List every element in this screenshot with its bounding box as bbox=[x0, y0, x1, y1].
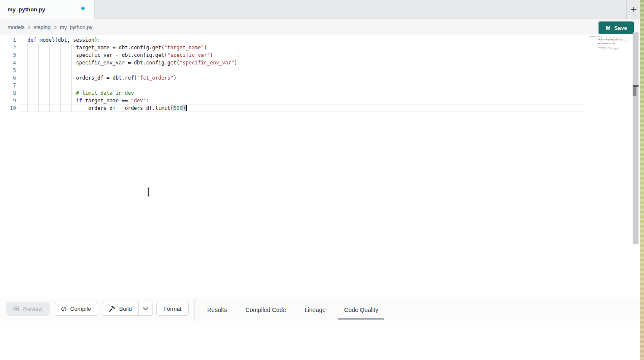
line-number: 8 bbox=[0, 89, 16, 97]
breadcrumb-item[interactable]: my_python.py bbox=[60, 24, 93, 30]
gutter: 12345678910 bbox=[0, 36, 16, 112]
file-tab-label: my_python.py bbox=[8, 6, 45, 13]
preview-button-label: Preview bbox=[22, 306, 43, 312]
line-number: 2 bbox=[0, 44, 16, 51]
code-brackets-icon bbox=[61, 306, 67, 312]
mouse-ibeam-cursor bbox=[146, 187, 151, 197]
code-quality-panel bbox=[0, 321, 640, 360]
save-button-label: Save bbox=[614, 25, 627, 31]
format-button[interactable]: Format bbox=[156, 302, 189, 316]
tab-bar: my_python.py + bbox=[0, 0, 640, 19]
bottom-toolbar: Preview Compile Build bbox=[0, 298, 640, 321]
line-number: 9 bbox=[0, 97, 16, 104]
new-tab-button[interactable]: + bbox=[628, 0, 640, 19]
tab-results[interactable]: Results bbox=[198, 298, 236, 322]
desktop-edge-strip bbox=[640, 0, 644, 360]
code-line[interactable]: orders_df = dbt.ref("fct_orders") bbox=[27, 74, 238, 82]
line-number: 10 bbox=[0, 104, 16, 112]
chevron-right-icon: > bbox=[53, 23, 57, 31]
code-line[interactable] bbox=[27, 67, 238, 74]
toolbar-divider bbox=[194, 299, 195, 320]
code-line[interactable]: # limit data in dev bbox=[27, 89, 238, 97]
breadcrumb-item[interactable]: models bbox=[8, 24, 24, 30]
line-number: 7 bbox=[0, 82, 16, 89]
scrollbar-thumb[interactable] bbox=[633, 87, 636, 96]
code-line[interactable]: specific_env_var = dbt.config.get("speci… bbox=[27, 59, 238, 67]
breadcrumb: models>staging>my_python.py bbox=[8, 19, 93, 35]
tab-code-quality[interactable]: Code Quality bbox=[335, 298, 387, 322]
preview-button[interactable]: Preview bbox=[6, 302, 50, 316]
code-line[interactable]: orders_df = orders_df.limit(500) bbox=[27, 104, 238, 112]
minimap-line: specific_env_var = dbt.config.get("speci… bbox=[589, 40, 623, 42]
ide-window: my_python.py + models>staging>my_python.… bbox=[0, 0, 644, 360]
format-button-label: Format bbox=[163, 306, 182, 312]
line-number: 6 bbox=[0, 74, 16, 82]
code-line[interactable]: target_name = dbt.config.get("target_nam… bbox=[27, 44, 238, 51]
code-line[interactable]: specific_var = dbt.config.get("specific_… bbox=[27, 51, 238, 59]
minimap-line: orders_df = orders_df.limit(500) bbox=[589, 48, 623, 50]
vertical-scrollbar[interactable] bbox=[633, 32, 639, 244]
minimap-content: def model(dbt, session): target_name = d… bbox=[589, 36, 623, 50]
hammer-icon bbox=[109, 306, 116, 312]
breadcrumb-bar: models>staging>my_python.py Save bbox=[0, 19, 640, 35]
file-tab-my-python[interactable]: my_python.py bbox=[0, 0, 95, 19]
floppy-disk-icon bbox=[605, 25, 611, 31]
compile-button-label: Compile bbox=[70, 306, 91, 312]
line-number: 3 bbox=[0, 51, 16, 59]
save-button[interactable]: Save bbox=[599, 21, 634, 34]
tabbar-divider bbox=[626, 0, 627, 19]
tab-lineage[interactable]: Lineage bbox=[295, 298, 335, 322]
code-editor[interactable]: 12345678910 def model(dbt, session): tar… bbox=[0, 35, 640, 298]
build-button-label: Build bbox=[119, 306, 132, 312]
code-line[interactable]: def model(dbt, session): bbox=[27, 36, 238, 44]
build-button[interactable]: Build bbox=[102, 302, 138, 315]
line-number: 1 bbox=[0, 36, 16, 44]
code-lines: def model(dbt, session): target_name = d… bbox=[27, 36, 238, 112]
breadcrumb-item[interactable]: staging bbox=[34, 24, 51, 30]
line-number: 5 bbox=[0, 67, 16, 74]
line-number: 4 bbox=[0, 59, 16, 67]
code-line[interactable] bbox=[27, 82, 238, 89]
table-grid-icon bbox=[13, 306, 19, 312]
chevron-down-icon bbox=[143, 307, 148, 311]
build-split-button: Build bbox=[102, 302, 153, 316]
code-line[interactable]: if target_name == "dev": bbox=[27, 97, 238, 104]
build-options-button[interactable] bbox=[138, 302, 152, 315]
text-caret bbox=[186, 105, 187, 111]
tab-compiled-code[interactable]: Compiled Code bbox=[236, 298, 296, 322]
unsaved-indicator-icon bbox=[81, 7, 85, 10]
compile-button[interactable]: Compile bbox=[54, 302, 98, 316]
plus-icon: + bbox=[631, 4, 637, 15]
panel-tabs: ResultsCompiled CodeLineageCode Quality bbox=[198, 298, 387, 322]
chevron-right-icon: > bbox=[27, 23, 31, 31]
minimap[interactable]: def model(dbt, session): target_name = d… bbox=[589, 36, 623, 50]
